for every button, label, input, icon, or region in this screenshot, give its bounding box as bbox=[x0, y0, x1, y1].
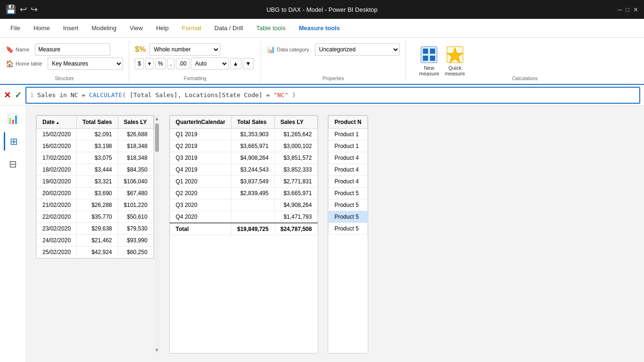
table-row[interactable]: Q1 2019 $1,353,903 $1,265,642 bbox=[170, 129, 318, 140]
table-row[interactable]: Product 4 bbox=[329, 164, 367, 176]
menu-table-tools[interactable]: Table tools bbox=[249, 19, 292, 38]
table-row[interactable]: Product 4 bbox=[329, 152, 367, 164]
table-row[interactable]: 17/02/2020 $3,075 $18,348 bbox=[37, 152, 154, 164]
total-sales-cell: $3,244,543 bbox=[231, 164, 274, 176]
table-row[interactable]: 18/02/2020 $3,444 $84,350 bbox=[37, 164, 154, 176]
menu-home[interactable]: Home bbox=[27, 19, 57, 38]
product-cell: Product 4 bbox=[329, 176, 367, 188]
ribbon-hometable-row: 🏠 Home table Key Measures bbox=[6, 58, 123, 70]
name-input[interactable] bbox=[35, 43, 110, 56]
date-cell: 25/02/2020 bbox=[37, 247, 77, 258]
product-col-header[interactable]: Product N bbox=[329, 116, 367, 129]
save-icon[interactable]: 💾 bbox=[6, 4, 16, 15]
table-row[interactable]: Q4 2019 $3,244,543 $3,852,333 bbox=[170, 164, 318, 176]
sales-ly-cell: $67,480 bbox=[118, 188, 153, 199]
table-row[interactable]: 16/02/2020 $3,198 $18,348 bbox=[37, 140, 154, 152]
menu-measure-tools[interactable]: Measure tools bbox=[292, 19, 347, 38]
table-row[interactable]: Product 5 bbox=[329, 223, 367, 235]
date-cell: 22/02/2020 bbox=[37, 211, 77, 223]
table-row[interactable]: Q3 2020 $4,908,264 bbox=[170, 199, 318, 211]
formula-cancel-icon[interactable]: ✕ bbox=[4, 90, 11, 100]
sales-ly-cell: $24,787,508 bbox=[274, 223, 318, 235]
table-row[interactable]: Q4 2020 $1,471,793 bbox=[170, 211, 318, 223]
formula-confirm-icon[interactable]: ✓ bbox=[15, 90, 22, 100]
table-row[interactable]: 15/02/2020 $2,091 $26,688 bbox=[37, 129, 154, 140]
formula-input[interactable]: 1 Sales in NC = CALCULATE( [Total Sales]… bbox=[25, 87, 640, 104]
title-bar-icons[interactable]: 💾 ↩ ↪ bbox=[6, 4, 38, 15]
menu-data-drill[interactable]: Data / Drill bbox=[208, 19, 250, 38]
menu-help[interactable]: Help bbox=[149, 19, 175, 38]
table-row[interactable]: Product 4 bbox=[329, 176, 367, 188]
menu-file[interactable]: File bbox=[4, 19, 27, 38]
total-sales-col-header[interactable]: Total Sales bbox=[77, 116, 118, 129]
data-category-select[interactable]: Uncategorized Address City Continent Cou… bbox=[315, 43, 400, 56]
minimize-icon[interactable]: ─ bbox=[618, 6, 622, 13]
formula-text: Sales in NC = CALCULATE( [Total Sales], … bbox=[37, 91, 296, 99]
table-row[interactable]: Q2 2020 $2,839,495 $3,665,971 bbox=[170, 188, 318, 199]
table-row[interactable]: Product 5 bbox=[329, 211, 367, 223]
sales-ly-col-header[interactable]: Sales LY bbox=[118, 116, 153, 129]
product-cell: Product 4 bbox=[329, 164, 367, 176]
comma-button[interactable]: , bbox=[167, 58, 174, 69]
dollar-button[interactable]: $ bbox=[135, 58, 144, 69]
table-row[interactable]: 24/02/2020 $21,462 $93,990 bbox=[37, 235, 154, 247]
table-row[interactable]: 25/02/2020 $42,924 $60,250 bbox=[37, 247, 154, 258]
report-view-icon[interactable]: 📊 bbox=[4, 109, 23, 128]
sales-ly-cell: $26,688 bbox=[118, 129, 153, 140]
new-measure-button[interactable]: New measure bbox=[419, 45, 439, 76]
calculations-label: Calculations bbox=[512, 76, 537, 81]
sales-ly-cell: $3,000,102 bbox=[274, 140, 318, 152]
model-view-icon[interactable]: ⊟ bbox=[4, 155, 23, 173]
title-bar-left: 💾 ↩ ↪ bbox=[6, 4, 38, 15]
format-select[interactable]: Whole number Decimal number Currency Per… bbox=[149, 43, 220, 56]
increment-decimal-button[interactable]: ▲ bbox=[230, 58, 241, 69]
total-sales-cell: $2,839,495 bbox=[231, 188, 274, 199]
table-row[interactable]: Product 1 bbox=[329, 129, 367, 140]
total-sales-cell: $3,690 bbox=[77, 188, 118, 199]
quarter-sales-ly-header[interactable]: Sales LY bbox=[274, 116, 318, 129]
menu-format[interactable]: Format bbox=[175, 19, 208, 38]
window-controls[interactable]: ─ □ ✕ bbox=[618, 6, 638, 13]
table-row[interactable]: 21/02/2020 $26,288 $101,220 bbox=[37, 199, 154, 211]
undo-icon[interactable]: ↩ bbox=[20, 4, 27, 15]
table-row[interactable]: 19/02/2020 $3,321 $106,040 bbox=[37, 176, 154, 188]
quick-measure-icon bbox=[446, 45, 464, 64]
home-table-select[interactable]: Key Measures bbox=[48, 58, 123, 70]
decimal-button[interactable]: .00 bbox=[176, 58, 190, 69]
table-row[interactable]: Total $19,849,725 $24,787,508 bbox=[170, 223, 318, 235]
menu-modeling[interactable]: Modeling bbox=[85, 19, 123, 38]
table-row[interactable]: Product 5 bbox=[329, 188, 367, 199]
quarter-table-wrapper: QuarterInCalendar Total Sales Sales LY Q… bbox=[169, 115, 319, 354]
quarter-total-sales-header[interactable]: Total Sales bbox=[231, 116, 274, 129]
new-measure-label: New measure bbox=[419, 65, 439, 76]
date-table-scrollbar[interactable]: ▲ ▼ bbox=[154, 115, 160, 354]
table-row[interactable]: 20/02/2020 $3,690 $67,480 bbox=[37, 188, 154, 199]
total-sales-cell: $26,288 bbox=[77, 199, 118, 211]
total-sales-cell: $19,849,725 bbox=[231, 223, 274, 235]
maximize-icon[interactable]: □ bbox=[626, 6, 629, 13]
product-table-wrapper: Product N Product 1Product 1Product 4Pro… bbox=[328, 115, 368, 354]
table-row[interactable]: Product 1 bbox=[329, 140, 367, 152]
table-row[interactable]: Q2 2019 $3,665,971 $3,000,102 bbox=[170, 140, 318, 152]
table-row[interactable]: 23/02/2020 $29,638 $79,530 bbox=[37, 223, 154, 235]
decrement-decimal-button[interactable]: ▼ bbox=[243, 58, 254, 69]
total-sales-cell: $21,462 bbox=[77, 235, 118, 247]
table-row[interactable]: Q3 2019 $4,908,264 $3,851,572 bbox=[170, 152, 318, 164]
dropdown-format-button[interactable]: ▾ bbox=[145, 58, 154, 69]
data-view-icon[interactable]: ⊞ bbox=[4, 132, 23, 151]
left-sidebar: 📊 ⊞ ⊟ bbox=[0, 106, 26, 362]
table-row[interactable]: Q1 2020 $3,837,549 $2,771,831 bbox=[170, 176, 318, 188]
close-icon[interactable]: ✕ bbox=[633, 6, 638, 13]
quick-measure-label: Quick measure bbox=[445, 65, 465, 76]
quick-measure-button[interactable]: Quick measure bbox=[445, 45, 465, 76]
quarter-cell: Q1 2020 bbox=[170, 176, 231, 188]
date-col-header[interactable]: Date bbox=[37, 116, 77, 129]
percent-button[interactable]: % bbox=[155, 58, 166, 69]
redo-icon[interactable]: ↪ bbox=[31, 4, 38, 15]
quarter-col-header[interactable]: QuarterInCalendar bbox=[170, 116, 231, 129]
menu-insert[interactable]: Insert bbox=[57, 19, 85, 38]
menu-view[interactable]: View bbox=[123, 19, 149, 38]
table-row[interactable]: 22/02/2020 $35,770 $50,610 bbox=[37, 211, 154, 223]
table-row[interactable]: Product 5 bbox=[329, 199, 367, 211]
auto-select[interactable]: Auto bbox=[191, 58, 229, 70]
